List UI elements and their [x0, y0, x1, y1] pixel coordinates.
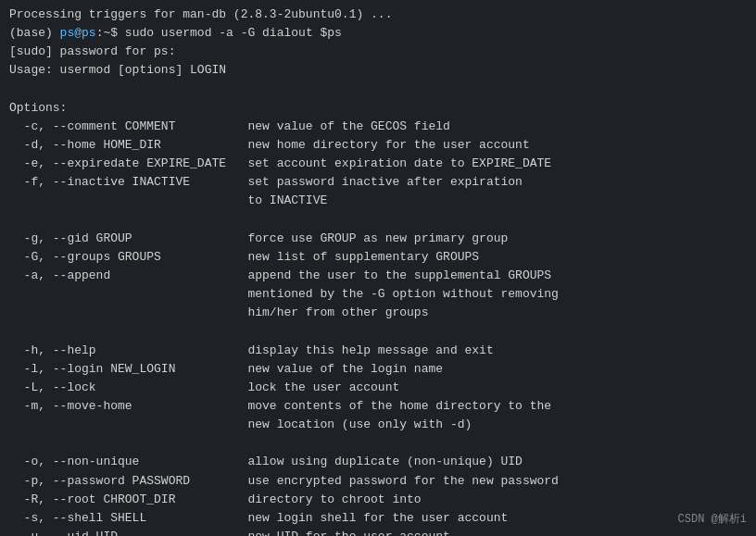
- terminal-line: Processing triggers for man-db (2.8.3-2u…: [9, 6, 747, 24]
- watermark: CSDN @解析i: [678, 511, 747, 527]
- prompt-base: (base): [9, 26, 60, 40]
- terminal-line: [9, 211, 747, 230]
- terminal-line: -g, --gid GROUP force use GROUP as new p…: [9, 230, 747, 248]
- command-text: sudo usermod -a -G dialout $ps: [125, 26, 342, 40]
- terminal-line: -s, --shell SHELL new login shell for th…: [9, 509, 747, 528]
- terminal-line: -p, --password PASSWORD use encrypted pa…: [9, 472, 747, 491]
- terminal-line: -u, --uid UID new UID for the user accou…: [9, 528, 747, 536]
- terminal-line: -c, --comment COMMENT new value of the G…: [9, 118, 747, 136]
- terminal-line: -R, --root CHROOT_DIR directory to chroo…: [9, 491, 747, 509]
- terminal-line: -f, --inactive INACTIVE set password ina…: [9, 173, 747, 192]
- terminal-line: [9, 322, 747, 341]
- terminal-line: to INACTIVE: [9, 192, 747, 210]
- terminal-line: -G, --groups GROUPS new list of suppleme…: [9, 248, 747, 267]
- terminal-line: -l, --login NEW_LOGIN new value of the l…: [9, 360, 747, 379]
- prompt-separator: :~$: [96, 26, 125, 40]
- terminal-line: new location (use only with -d): [9, 416, 747, 434]
- terminal-line: [sudo] password for ps:: [9, 43, 747, 61]
- terminal-line: -L, --lock lock the user account: [9, 379, 747, 397]
- terminal-line: him/her from other groups: [9, 304, 747, 322]
- terminal-line: -e, --expiredate EXPIRE_DATE set account…: [9, 155, 747, 173]
- terminal-line: -a, --append append the user to the supp…: [9, 267, 747, 285]
- prompt-user: ps@ps: [60, 26, 96, 40]
- terminal-command-line: (base) ps@ps:~$ sudo usermod -a -G dialo…: [9, 24, 747, 43]
- terminal-line: Options:: [9, 99, 747, 118]
- terminal-line: [9, 81, 747, 99]
- terminal-line: -h, --help display this help message and…: [9, 342, 747, 360]
- terminal-line: -o, --non-unique allow using duplicate (…: [9, 453, 747, 471]
- terminal-line: [9, 434, 747, 453]
- terminal-line: -m, --move-home move contents of the hom…: [9, 397, 747, 416]
- terminal-line: mentioned by the -G option without remov…: [9, 285, 747, 304]
- terminal-line: Usage: usermod [options] LOGIN: [9, 61, 747, 80]
- terminal-window: Processing triggers for man-db (2.8.3-2u…: [0, 0, 756, 536]
- terminal-line: -d, --home HOME_DIR new home directory f…: [9, 136, 747, 155]
